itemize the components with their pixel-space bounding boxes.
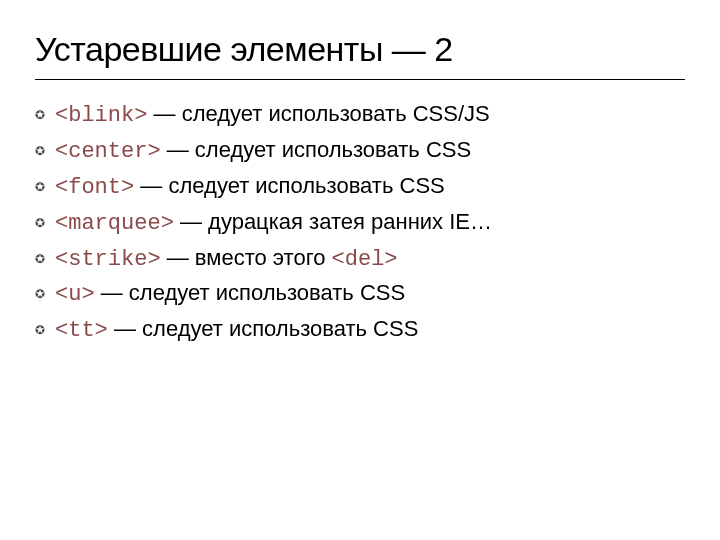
description: следует использовать CSS: [168, 173, 444, 198]
description: следует использовать CSS: [195, 137, 471, 162]
tag-close: >: [121, 175, 134, 200]
list-item: ✪ <strike> — вместо этого <del>: [35, 242, 685, 276]
list-item: ✪ <u> — следует использовать CSS: [35, 277, 685, 311]
description-pre: вместо этого: [195, 245, 332, 270]
tag-close: >: [161, 211, 174, 236]
tag-name: center: [68, 139, 147, 164]
list-item: ✪ <font> — следует использовать CSS: [35, 170, 685, 204]
tag-open: <: [55, 318, 68, 343]
bullet-list: ✪ <blink> — следует использовать CSS/JS …: [35, 98, 685, 347]
tag-name: del: [345, 247, 385, 272]
tag-open: <: [332, 247, 345, 272]
list-item: ✪ <blink> — следует использовать CSS/JS: [35, 98, 685, 132]
list-item: ✪ <center> — следует использовать CSS: [35, 134, 685, 168]
separator: —: [174, 209, 208, 234]
tag-open: <: [55, 139, 68, 164]
description: дурацкая затея ранних IE…: [208, 209, 492, 234]
star-bullet-icon: ✪: [35, 107, 55, 124]
description: следует использовать CSS: [129, 280, 405, 305]
list-item-body: <font> — следует использовать CSS: [55, 170, 685, 204]
list-item: ✪ <marquee> — дурацкая затея ранних IE…: [35, 206, 685, 240]
star-bullet-icon: ✪: [35, 322, 55, 339]
tag-close: >: [147, 247, 160, 272]
tag-close: >: [147, 139, 160, 164]
star-bullet-icon: ✪: [35, 179, 55, 196]
list-item-body: <center> — следует использовать CSS: [55, 134, 685, 168]
list-item-body: <tt> — следует использовать CSS: [55, 313, 685, 347]
tag-close: >: [384, 247, 397, 272]
description: следует использовать CSS/JS: [182, 101, 490, 126]
separator: —: [161, 245, 195, 270]
slide-title: Устаревшие элементы — 2: [35, 30, 685, 80]
tag-name: blink: [68, 103, 134, 128]
separator: —: [134, 173, 168, 198]
tag-close: >: [95, 318, 108, 343]
tag-open: <: [55, 211, 68, 236]
star-bullet-icon: ✪: [35, 143, 55, 160]
separator: —: [95, 280, 129, 305]
tag-close: >: [134, 103, 147, 128]
tag-open: <: [55, 103, 68, 128]
tag-open: <: [55, 175, 68, 200]
list-item: ✪ <tt> — следует использовать CSS: [35, 313, 685, 347]
list-item-body: <u> — следует использовать CSS: [55, 277, 685, 311]
separator: —: [161, 137, 195, 162]
tag-open: <: [55, 282, 68, 307]
star-bullet-icon: ✪: [35, 251, 55, 268]
list-item-body: <strike> — вместо этого <del>: [55, 242, 685, 276]
description: следует использовать CSS: [142, 316, 418, 341]
tag-open: <: [55, 247, 68, 272]
list-item-body: <marquee> — дурацкая затея ранних IE…: [55, 206, 685, 240]
tag-close: >: [81, 282, 94, 307]
tag-name: font: [68, 175, 121, 200]
tag-name: marquee: [68, 211, 160, 236]
tag-name: strike: [68, 247, 147, 272]
tag-name: tt: [68, 318, 94, 343]
separator: —: [147, 101, 181, 126]
star-bullet-icon: ✪: [35, 215, 55, 232]
separator: —: [108, 316, 142, 341]
tag-name: u: [68, 282, 81, 307]
list-item-body: <blink> — следует использовать CSS/JS: [55, 98, 685, 132]
star-bullet-icon: ✪: [35, 286, 55, 303]
